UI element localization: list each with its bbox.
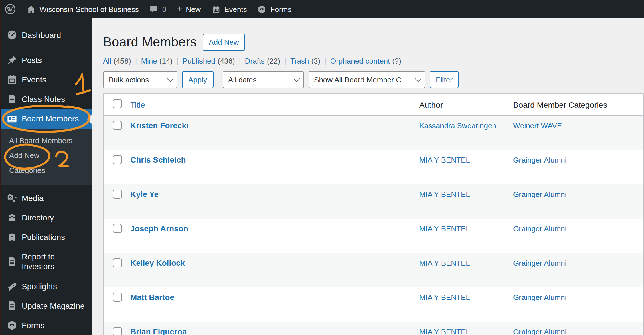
plus-icon: +	[177, 4, 182, 13]
row-checkbox[interactable]	[113, 327, 122, 335]
sidebar-item-spotlights[interactable]: Spotlights	[0, 277, 92, 296]
filter-trash-link[interactable]: Trash	[290, 57, 309, 65]
sidebar-item-forms[interactable]: Forms	[0, 316, 92, 335]
filter-mine-count: (14)	[159, 57, 173, 65]
sidebar-label: Update Magazine	[22, 301, 85, 311]
row-title-link[interactable]: Kristen Forecki	[130, 121, 189, 130]
groups-icon	[6, 212, 18, 223]
chevron-down-icon	[415, 76, 421, 82]
filter-all-link[interactable]: All	[103, 57, 111, 65]
row-title-link[interactable]: Matt Bartoe	[130, 293, 174, 302]
sidebar-item-events[interactable]: Events	[0, 70, 92, 89]
row-author-link[interactable]: MIA Y BENTEL	[419, 259, 470, 267]
sidebar-label: Dashboard	[22, 30, 61, 40]
filter-published-link[interactable]: Published	[183, 57, 215, 65]
separator: |	[324, 57, 326, 65]
sidebar-item-report-to-investors[interactable]: Report to Investors	[0, 247, 92, 277]
bulk-actions-value: Bulk actions	[109, 75, 149, 84]
filter-drafts-count: (22)	[267, 57, 280, 65]
row-author-link[interactable]: MIA Y BENTEL	[419, 190, 470, 199]
chevron-down-icon	[167, 76, 174, 82]
row-author-link[interactable]: MIA Y BENTEL	[419, 328, 470, 335]
separator: |	[239, 57, 241, 65]
adminbar-forms-menu[interactable]: Forms	[252, 0, 297, 18]
comments-menu[interactable]: 0	[144, 0, 171, 18]
dashboard-icon	[6, 29, 18, 41]
row-title-link[interactable]: Kyle Ye	[130, 190, 159, 199]
category-filter-select[interactable]: Show All Board Member C	[308, 71, 425, 88]
row-checkbox[interactable]	[113, 293, 122, 302]
sidebar-item-update-magazine[interactable]: Update Magazine	[0, 296, 92, 316]
page-title: Board Members	[103, 34, 197, 51]
row-author-link[interactable]: MIA Y BENTEL	[419, 224, 470, 233]
row-checkbox[interactable]	[113, 155, 122, 164]
table-row: Kristen Forecki Kassandra Swearingen Wei…	[103, 115, 644, 150]
add-new-button[interactable]: Add New	[202, 34, 245, 51]
row-author-link[interactable]: MIA Y BENTEL	[419, 293, 470, 302]
table-row: Brian Figueroa MIA Y BENTEL Grainger Alu…	[103, 322, 644, 335]
row-checkbox[interactable]	[113, 190, 122, 199]
sidebar-label: Spotlights	[22, 281, 57, 291]
filter-drafts-link[interactable]: Drafts	[245, 57, 265, 65]
row-category-link[interactable]: Grainger Alumni	[513, 328, 566, 335]
row-title-link[interactable]: Joseph Arnson	[130, 224, 188, 233]
row-title-link[interactable]: Chris Schleich	[130, 155, 186, 164]
row-category-link[interactable]: Weinert WAVE	[513, 121, 562, 130]
separator: |	[284, 57, 286, 65]
filter-mine-link[interactable]: Mine	[141, 57, 157, 65]
row-title-link[interactable]: Kelley Kollock	[130, 258, 185, 267]
row-author-link[interactable]: Kassandra Swearingen	[419, 121, 496, 130]
row-checkbox[interactable]	[113, 224, 122, 233]
row-author-link[interactable]: MIA Y BENTEL	[419, 156, 470, 164]
filter-button[interactable]: Filter	[430, 71, 459, 88]
admin-sidebar: Dashboard Posts Events	[0, 18, 92, 335]
table-row: Matt Bartoe MIA Y BENTEL Grainger Alumni	[103, 287, 644, 322]
sidebar-item-media[interactable]: Media	[0, 188, 92, 208]
apply-button[interactable]: Apply	[182, 71, 213, 88]
filter-trash-count: (3)	[311, 57, 320, 65]
site-home-link[interactable]: Wisconsin School of Business	[21, 0, 144, 18]
row-checkbox[interactable]	[113, 258, 122, 267]
table-header-row: Title Author Board Member Categories	[103, 94, 644, 115]
sidebar-item-dashboard[interactable]: Dashboard	[0, 25, 92, 45]
select-all-checkbox[interactable]	[113, 99, 122, 108]
status-filter-links: All(458) | Mine(14) | Published(436) | D…	[103, 56, 644, 66]
table-row: Kelley Kollock MIA Y BENTEL Grainger Alu…	[103, 253, 644, 287]
sidebar-label: Forms	[22, 320, 44, 330]
submenu-categories[interactable]: Categories	[0, 163, 92, 178]
adminbar-events-label: Events	[224, 5, 247, 13]
site-name: Wisconsin School of Business	[39, 5, 139, 13]
separator: |	[135, 57, 137, 65]
dates-filter-select[interactable]: All dates	[222, 71, 304, 88]
bulk-actions-select[interactable]: Bulk actions	[103, 71, 177, 88]
sidebar-label: Class Notes	[22, 94, 65, 104]
sidebar-item-directory[interactable]: Directory	[0, 208, 92, 227]
content-area: Board Members Add New All(458) | Mine(14…	[92, 18, 644, 335]
row-category-link[interactable]: Grainger Alumni	[513, 156, 566, 164]
row-title-link[interactable]: Brian Figueroa	[130, 327, 187, 335]
sidebar-label: Events	[22, 75, 46, 84]
sidebar-item-posts[interactable]: Posts	[0, 50, 92, 70]
column-header-title[interactable]: Title	[130, 100, 145, 109]
row-checkbox[interactable]	[113, 121, 122, 130]
row-category-link[interactable]: Grainger Alumni	[513, 224, 566, 233]
sidebar-item-publications[interactable]: Publications	[0, 227, 92, 247]
sidebar-item-class-notes[interactable]: Class Notes	[0, 89, 92, 109]
new-content-menu[interactable]: + New	[171, 0, 206, 18]
row-category-link[interactable]: Grainger Alumni	[513, 259, 566, 267]
submenu-all-board-members[interactable]: All Board Members	[0, 133, 92, 148]
submenu-add-new[interactable]: Add New	[0, 148, 92, 163]
groups-icon	[6, 231, 18, 243]
admin-bar: Wisconsin School of Business 0 + New Eve…	[0, 0, 644, 18]
sidebar-label: Board Members	[22, 114, 79, 124]
row-category-link[interactable]: Grainger Alumni	[513, 190, 566, 199]
sidebar-item-board-members[interactable]: Board Members	[0, 109, 92, 129]
filter-orphaned-link[interactable]: Orphaned content	[330, 57, 390, 65]
row-category-link[interactable]: Grainger Alumni	[513, 293, 566, 302]
wordpress-logo-menu[interactable]	[0, 0, 21, 18]
comments-count: 0	[162, 5, 166, 13]
board-members-table: Title Author Board Member Categories Kri…	[103, 93, 644, 335]
adminbar-events-menu[interactable]: Events	[206, 0, 252, 18]
category-filter-value: Show All Board Member C	[314, 75, 401, 84]
separator: |	[177, 57, 179, 65]
